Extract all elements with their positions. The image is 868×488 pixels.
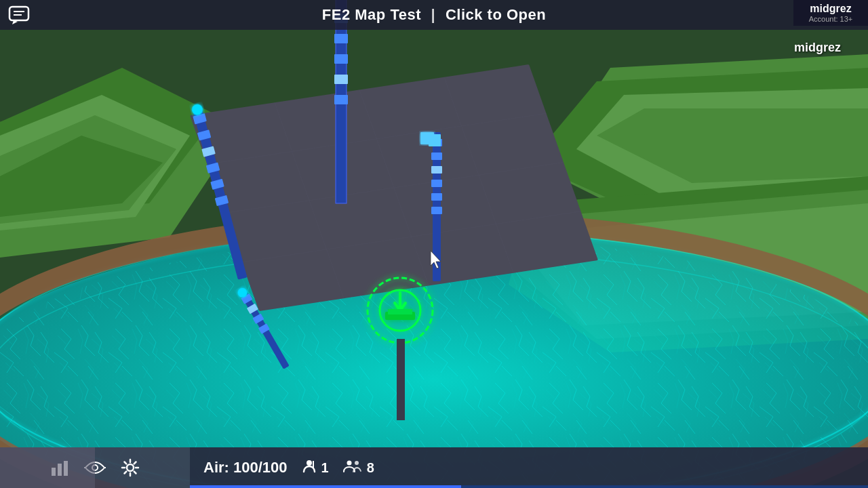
top-bar-title: FE2 Map Test | Click to Open bbox=[322, 6, 546, 24]
settings-button[interactable] bbox=[118, 455, 142, 480]
svg-rect-48 bbox=[420, 132, 434, 144]
svg-point-67 bbox=[127, 464, 134, 471]
top-bar[interactable]: FE2 Map Test | Click to Open bbox=[0, 0, 868, 30]
svg-rect-58 bbox=[388, 309, 412, 314]
scene-canvas bbox=[0, 0, 868, 488]
team-count-stat: 8 bbox=[342, 458, 374, 478]
game-viewport: FE2 Map Test | Click to Open midgrez Acc… bbox=[0, 0, 868, 488]
svg-rect-29 bbox=[334, 54, 348, 64]
click-to-open-text[interactable]: Click to Open bbox=[446, 6, 546, 23]
svg-rect-43 bbox=[431, 166, 442, 174]
account-panel: midgrez Account: 13+ bbox=[793, 0, 868, 26]
player-count-value: 1 bbox=[321, 460, 329, 476]
svg-rect-46 bbox=[431, 207, 442, 214]
chat-icon-button[interactable] bbox=[8, 5, 30, 27]
svg-rect-42 bbox=[431, 152, 442, 160]
svg-rect-30 bbox=[334, 75, 348, 84]
game-title-text: FE2 Map Test bbox=[322, 6, 421, 23]
svg-rect-44 bbox=[431, 180, 442, 187]
player-count-stat: 1 bbox=[301, 458, 329, 478]
svg-rect-28 bbox=[334, 34, 348, 43]
bottom-hud: Air: 100/100 1 bbox=[0, 447, 868, 488]
account-username: midgrez bbox=[802, 3, 860, 15]
xp-bar-fill bbox=[190, 485, 461, 488]
group-icon bbox=[342, 458, 363, 478]
hud-stats: Air: 100/100 1 bbox=[190, 447, 868, 488]
hud-controls bbox=[0, 447, 190, 488]
xp-bar bbox=[190, 485, 868, 488]
svg-rect-45 bbox=[431, 193, 442, 201]
person-icon bbox=[301, 458, 317, 478]
svg-point-70 bbox=[347, 460, 351, 465]
svg-rect-60 bbox=[9, 7, 28, 20]
in-game-username: midgrez bbox=[794, 41, 841, 55]
svg-point-68 bbox=[307, 460, 312, 466]
team-count-value: 8 bbox=[367, 460, 374, 476]
svg-rect-59 bbox=[397, 339, 405, 420]
account-label: Account: 13+ bbox=[802, 15, 860, 23]
svg-rect-31 bbox=[334, 95, 348, 104]
svg-point-71 bbox=[355, 461, 359, 465]
air-stat: Air: 100/100 bbox=[203, 459, 288, 476]
